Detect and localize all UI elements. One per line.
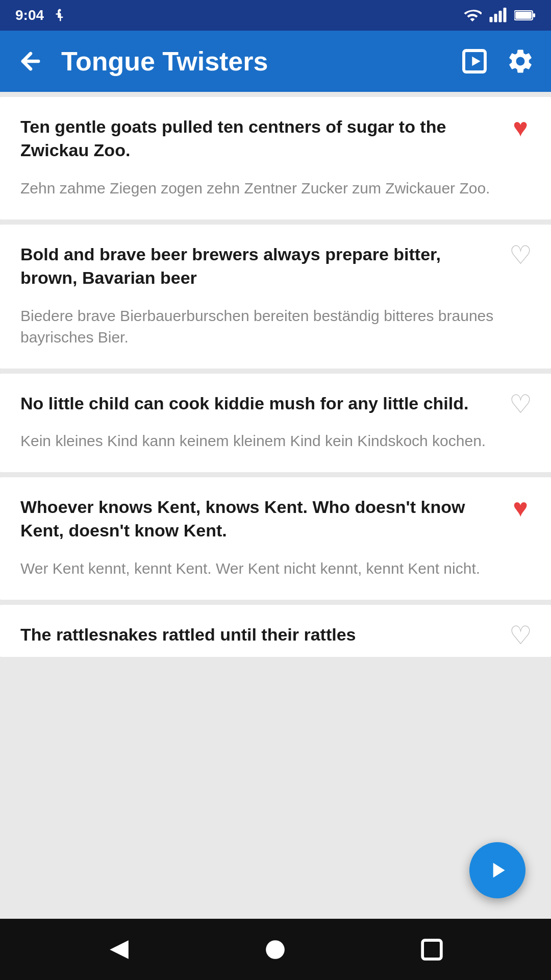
favorite-button[interactable]: ♡ bbox=[505, 620, 536, 651]
list-item: No little child can cook kiddie mush for… bbox=[0, 374, 551, 473]
svg-rect-2 bbox=[499, 11, 502, 22]
heart-outline-icon: ♡ bbox=[509, 621, 532, 650]
nav-recent-button[interactable] bbox=[414, 932, 450, 967]
heart-filled-icon: ♥ bbox=[513, 113, 528, 142]
status-bar-right bbox=[463, 6, 536, 24]
signal-icon bbox=[489, 6, 507, 24]
accessibility-icon bbox=[52, 8, 67, 23]
favorite-button[interactable]: ♥ bbox=[505, 493, 536, 523]
bottom-spacer bbox=[0, 662, 551, 728]
fab-play-icon bbox=[485, 857, 510, 883]
nav-home-icon bbox=[261, 936, 289, 964]
nav-home-button[interactable] bbox=[258, 932, 293, 967]
back-button[interactable] bbox=[15, 46, 46, 77]
card-translation: Biedere brave Bierbauerburschen bereiten… bbox=[20, 305, 531, 348]
play-button[interactable] bbox=[459, 46, 490, 77]
card-translation: Zehn zahme Ziegen zogen zehn Zentner Zuc… bbox=[20, 178, 531, 199]
settings-button[interactable] bbox=[505, 46, 536, 77]
status-bar-left: 9:04 bbox=[15, 7, 67, 23]
svg-marker-8 bbox=[472, 57, 480, 66]
bottom-nav bbox=[0, 919, 551, 980]
app-title: Tongue Twisters bbox=[61, 46, 444, 77]
heart-outline-icon: ♡ bbox=[509, 389, 532, 419]
favorite-button[interactable]: ♥ bbox=[505, 112, 536, 143]
favorite-button[interactable]: ♡ bbox=[505, 389, 536, 420]
status-time: 9:04 bbox=[15, 7, 44, 23]
fab-play-button[interactable] bbox=[469, 842, 525, 898]
heart-outline-icon: ♡ bbox=[509, 240, 532, 270]
card-title: Whoever knows Kent, knows Kent. Who does… bbox=[20, 496, 531, 543]
card-translation: Wer Kent kennt, kennt Kent. Wer Kent nic… bbox=[20, 558, 531, 579]
card-translation: Kein kleines Kind kann keinem kleinem Ki… bbox=[20, 430, 531, 452]
svg-marker-10 bbox=[110, 940, 129, 959]
content-list: Ten gentle goats pulled ten centners of … bbox=[0, 92, 551, 980]
wifi-icon bbox=[463, 6, 482, 24]
svg-marker-9 bbox=[493, 863, 505, 877]
battery-icon bbox=[514, 8, 536, 22]
status-bar: 9:04 bbox=[0, 0, 551, 31]
favorite-button[interactable]: ♡ bbox=[505, 240, 536, 271]
list-item: The rattlesnakes rattled until their rat… bbox=[0, 605, 551, 657]
heart-filled-icon: ♥ bbox=[513, 493, 528, 523]
svg-rect-5 bbox=[533, 13, 535, 17]
nav-recent-icon bbox=[418, 936, 446, 964]
app-bar: Tongue Twisters bbox=[0, 31, 551, 92]
card-title: Ten gentle goats pulled ten centners of … bbox=[20, 115, 531, 162]
svg-point-11 bbox=[266, 940, 285, 959]
list-item: Bold and brave beer brewers always prepa… bbox=[0, 225, 551, 369]
svg-rect-12 bbox=[422, 940, 441, 959]
nav-back-button[interactable] bbox=[101, 932, 137, 967]
nav-back-icon bbox=[105, 936, 133, 964]
card-title: Bold and brave beer brewers always prepa… bbox=[20, 243, 531, 290]
svg-rect-6 bbox=[515, 12, 532, 19]
list-item: Whoever knows Kent, knows Kent. Who does… bbox=[0, 477, 551, 600]
card-title: The rattlesnakes rattled until their rat… bbox=[20, 623, 531, 647]
svg-rect-1 bbox=[494, 14, 497, 22]
card-title: No little child can cook kiddie mush for… bbox=[20, 392, 531, 415]
svg-rect-3 bbox=[504, 8, 507, 22]
svg-rect-0 bbox=[490, 17, 493, 22]
list-item: Ten gentle goats pulled ten centners of … bbox=[0, 97, 551, 219]
